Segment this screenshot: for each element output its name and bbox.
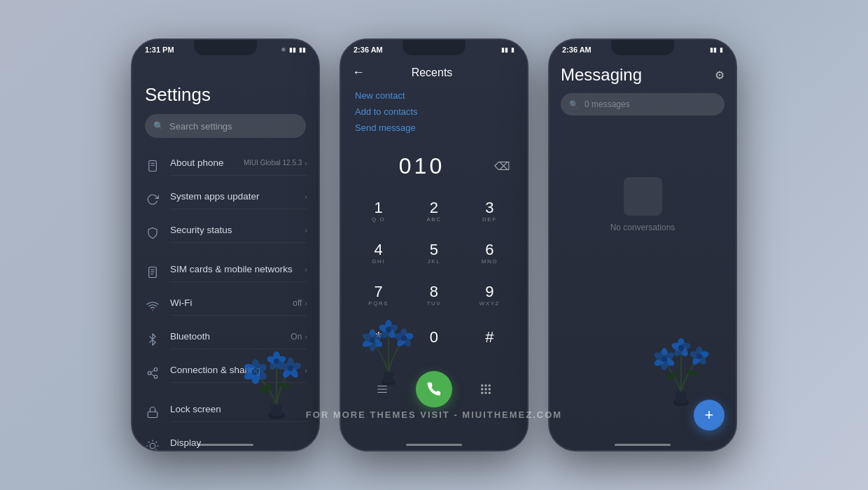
display-icon bbox=[144, 437, 162, 450]
key-4[interactable]: 4 GHI bbox=[352, 234, 405, 273]
home-indicator-2 bbox=[406, 444, 462, 446]
settings-item-bluetooth[interactable]: Bluetooth On › bbox=[132, 323, 318, 356]
dialer-header: ← Recents bbox=[341, 59, 527, 83]
settings-item-sysapps[interactable]: System apps updater › bbox=[132, 183, 318, 216]
status-time-2: 2:36 AM bbox=[354, 46, 383, 54]
settings-item-display[interactable]: Display bbox=[132, 429, 318, 450]
settings-item-about[interactable]: About phone MIUI Global 12.5.3 › bbox=[132, 149, 318, 183]
dialer-bottom-bar bbox=[341, 365, 527, 413]
messaging-screen: 2:36 AM ▮▮ ▮ Messaging ⚙ 🔍 0 messages No… bbox=[550, 40, 736, 450]
key-5[interactable]: 5 JKL bbox=[407, 234, 460, 273]
svg-point-86 bbox=[696, 346, 703, 358]
connection-arrow: › bbox=[304, 366, 307, 374]
svg-rect-50 bbox=[481, 388, 483, 391]
svg-point-87 bbox=[697, 350, 710, 360]
messaging-empty-icon bbox=[624, 177, 662, 216]
bluetooth-arrow: › bbox=[304, 332, 307, 341]
send-message-btn[interactable]: Send message bbox=[355, 120, 513, 135]
fab-plus-icon: + bbox=[705, 406, 714, 424]
about-right: MIUI Global 12.5.3 › bbox=[244, 159, 307, 167]
messaging-search-bar[interactable]: 🔍 0 messages bbox=[561, 93, 724, 115]
sim-content: SIM cards & mobile networks › bbox=[170, 262, 307, 282]
svg-rect-53 bbox=[481, 392, 483, 394]
lockscreen-icon bbox=[144, 403, 162, 421]
settings-item-sim[interactable]: SIM cards & mobile networks › bbox=[132, 255, 318, 289]
bluetooth-content: Bluetooth On › bbox=[170, 330, 307, 349]
dialer-title: Recents bbox=[370, 66, 493, 79]
phone-settings: 1:31 PM ⚛ ▮▮ ▮▮ Settings 🔍 Search settin… bbox=[131, 38, 320, 451]
svg-rect-48 bbox=[485, 384, 487, 386]
settings-item-connection[interactable]: Connection & sharing › bbox=[132, 356, 318, 390]
svg-point-94 bbox=[678, 344, 690, 358]
key-9[interactable]: 9 WXYZ bbox=[463, 276, 516, 315]
signal2-icon: ▮▮ bbox=[501, 46, 508, 53]
messaging-header: Messaging ⚙ bbox=[550, 59, 736, 88]
svg-rect-0 bbox=[149, 161, 157, 172]
search-bar[interactable]: 🔍 Search settings bbox=[145, 114, 306, 138]
settings-item-security[interactable]: Security status › bbox=[132, 216, 318, 250]
connection-label: Connection & sharing bbox=[170, 365, 260, 375]
messaging-search-placeholder: 0 messages bbox=[584, 99, 630, 109]
svg-point-79 bbox=[661, 348, 668, 360]
svg-point-98 bbox=[664, 371, 678, 382]
dialer-display: 010 ⌫ bbox=[341, 139, 527, 186]
battery-icon: ▮▮ bbox=[299, 46, 306, 53]
svg-point-89 bbox=[691, 353, 703, 366]
dialer-keypad-icon[interactable] bbox=[470, 374, 501, 405]
key-3[interactable]: 3 DEF bbox=[463, 192, 516, 231]
call-button[interactable] bbox=[416, 371, 452, 407]
notch-3 bbox=[611, 40, 674, 55]
key-8[interactable]: 8 TUV bbox=[407, 276, 460, 315]
svg-point-97 bbox=[678, 345, 684, 351]
dialer-delete-btn[interactable]: ⌫ bbox=[494, 160, 510, 173]
about-arrow: › bbox=[304, 159, 307, 167]
about-icon bbox=[144, 157, 162, 175]
key-2[interactable]: 2 ABC bbox=[407, 192, 460, 231]
messaging-gear-btn[interactable]: ⚙ bbox=[715, 69, 724, 82]
key-0[interactable]: 0 bbox=[407, 318, 460, 357]
wifi-icon bbox=[144, 297, 162, 315]
sysapps-label: System apps updater bbox=[170, 191, 260, 202]
svg-rect-3 bbox=[149, 267, 157, 278]
signal-icon: ▮▮ bbox=[289, 46, 296, 53]
svg-point-85 bbox=[662, 356, 667, 362]
connection-content: Connection & sharing › bbox=[170, 363, 307, 383]
svg-rect-47 bbox=[481, 384, 483, 386]
key-1[interactable]: 1 Q.O bbox=[352, 192, 405, 231]
wifi-label: Wi-Fi bbox=[170, 298, 192, 308]
new-contact-btn[interactable]: New contact bbox=[355, 88, 513, 103]
svg-rect-49 bbox=[489, 384, 491, 386]
messaging-fab-button[interactable]: + bbox=[694, 400, 724, 430]
settings-item-wifi[interactable]: Wi-Fi off › bbox=[132, 289, 318, 323]
dialer-menu-icon[interactable] bbox=[367, 374, 398, 405]
settings-item-lockscreen[interactable]: Lock screen bbox=[132, 396, 318, 429]
svg-rect-10 bbox=[148, 412, 158, 417]
about-content: About phone MIUI Global 12.5.3 › bbox=[170, 156, 307, 176]
add-to-contacts-btn[interactable]: Add to contacts bbox=[355, 104, 513, 119]
key-hash[interactable]: # bbox=[463, 318, 516, 357]
bluetooth-right: On › bbox=[290, 332, 307, 342]
status-icons-3: ▮▮ ▮ bbox=[710, 46, 723, 53]
svg-rect-54 bbox=[485, 392, 487, 394]
svg-line-19 bbox=[156, 442, 157, 442]
search-placeholder: Search settings bbox=[169, 121, 232, 132]
home-indicator-1 bbox=[197, 444, 253, 446]
battery3-icon: ▮ bbox=[720, 46, 723, 53]
svg-line-8 bbox=[150, 374, 154, 376]
key-7[interactable]: 7 PQRS bbox=[352, 276, 405, 315]
status-icons-2: ▮▮ ▮ bbox=[501, 46, 514, 53]
search-icon: 🔍 bbox=[153, 121, 164, 131]
sysapps-arrow: › bbox=[304, 192, 307, 201]
svg-point-91 bbox=[696, 354, 702, 359]
bluetooth-status-icon: ⚛ bbox=[281, 46, 286, 53]
key-6[interactable]: 6 MNO bbox=[463, 234, 516, 273]
key-star[interactable]: * bbox=[352, 318, 405, 357]
settings-screen: 1:31 PM ⚛ ▮▮ ▮▮ Settings 🔍 Search settin… bbox=[132, 40, 318, 450]
svg-line-9 bbox=[150, 370, 154, 372]
wifi-content: Wi-Fi off › bbox=[170, 296, 307, 316]
svg-point-83 bbox=[653, 356, 668, 368]
messaging-search-icon: 🔍 bbox=[569, 100, 579, 109]
security-arrow: › bbox=[304, 226, 307, 234]
about-label: About phone bbox=[170, 158, 224, 168]
back-button[interactable]: ← bbox=[352, 65, 365, 80]
